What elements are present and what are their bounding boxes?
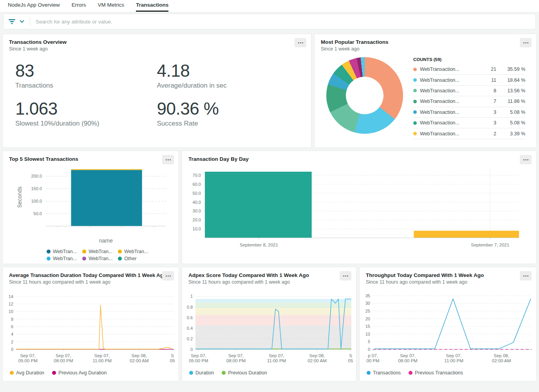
legend-item[interactable]: Previous Transactions: [409, 370, 463, 376]
card-menu-button[interactable]: [340, 271, 351, 281]
card-menu-button[interactable]: [520, 38, 532, 47]
count-value: 3: [478, 120, 496, 126]
ellipsis-icon: [523, 42, 525, 43]
counts-table-row[interactable]: WebTransaction...23.39 %: [413, 128, 525, 139]
percent-value: 13.56 %: [496, 88, 525, 94]
card-subtitle: Since 11 hours ago compared with 1 week …: [366, 279, 530, 285]
card-menu-button[interactable]: [520, 271, 532, 281]
tab-vm-metrics[interactable]: VM Metrics: [98, 0, 125, 12]
svg-text:35: 35: [365, 293, 370, 298]
ellipsis-icon: [166, 159, 167, 160]
funnel-icon: [8, 19, 16, 25]
svg-text:0.4: 0.4: [187, 326, 193, 331]
transaction-name: WebTransaction...: [420, 99, 478, 104]
legend-item[interactable]: WebTran...: [82, 249, 112, 254]
svg-text:6: 6: [11, 324, 13, 329]
counts-table-row[interactable]: WebTransaction...35.08 %: [413, 118, 525, 128]
svg-text:15: 15: [365, 324, 370, 329]
tab-nodejs-app-overview[interactable]: NodeJs App Overview: [8, 0, 60, 12]
series-color-dot: [413, 132, 417, 135]
legend-label: Duration: [195, 370, 214, 376]
legend-label: WebTran...: [53, 256, 77, 261]
legend-color-dot: [367, 371, 371, 375]
search-input[interactable]: [36, 19, 531, 25]
chart-legend: Avg DurationPrevious Avg Duration: [3, 370, 179, 376]
legend-label: Previous Avg Duration: [58, 370, 107, 376]
metric-label: Transactions: [15, 82, 157, 90]
card-title: Average Transaction Duration Today Compa…: [9, 272, 172, 278]
ellipsis-icon: [166, 275, 167, 277]
counts-table-row[interactable]: WebTransaction...711.86 %: [413, 96, 525, 107]
card-title: Top 5 Slowest Transactions: [9, 156, 172, 162]
donut-chart: [326, 57, 403, 134]
card-menu-button[interactable]: [162, 271, 174, 281]
svg-text:S05: S05: [348, 353, 353, 363]
legend-item[interactable]: Previous Avg Duration: [52, 370, 107, 376]
svg-text:Sep 07,05:00 PM: Sep 07,05:00 PM: [18, 353, 38, 363]
svg-text:8: 8: [11, 317, 13, 322]
legend-item[interactable]: WebTran...: [47, 249, 77, 254]
legend-color-dot: [82, 257, 86, 261]
svg-text:0: 0: [11, 347, 13, 352]
svg-text:2: 2: [11, 340, 13, 344]
svg-text:Seconds: Seconds: [16, 187, 23, 208]
metric-value: 83: [15, 61, 157, 81]
percent-value: 11.86 %: [496, 99, 525, 104]
legend-item[interactable]: Transactions: [367, 370, 401, 376]
transaction-name: WebTransaction...: [420, 131, 478, 137]
legend-color-dot: [189, 371, 193, 375]
legend-color-dot: [47, 257, 51, 261]
card-most-popular-transactions: Most Popular Transactions Since 1 week a…: [314, 34, 537, 148]
transaction-name: WebTransaction...: [420, 88, 478, 94]
card-throughput: Throughput Today Compared With 1 Week Ag…: [359, 267, 537, 381]
tab-transactions[interactable]: Transactions: [136, 0, 168, 12]
percent-value: 5.08 %: [496, 110, 525, 115]
legend-color-dot: [409, 371, 412, 375]
counts-table-row[interactable]: WebTransaction...2135.59 %: [413, 64, 525, 75]
ellipsis-icon: [343, 275, 344, 277]
svg-text:10: 10: [365, 332, 370, 336]
svg-text:14: 14: [9, 294, 13, 299]
legend-item[interactable]: WebTran...: [47, 256, 77, 261]
day-by-day-bar-chart: 10.020.030.040.050.060.070.0September 8,…: [182, 165, 536, 260]
card-menu-button[interactable]: [295, 38, 306, 47]
series-color-dot: [413, 100, 417, 103]
legend-item[interactable]: Duration: [189, 370, 214, 376]
ellipsis-icon: [523, 275, 525, 277]
card-title: Throughput Today Compared With 1 Week Ag…: [366, 272, 530, 278]
svg-text:1: 1: [190, 294, 193, 298]
card-day-by-day: Transaction Day By Day 10.020.030.040.05…: [182, 151, 537, 264]
metric-label: Success Rate: [157, 120, 299, 128]
svg-text:September 8, 2021: September 8, 2021: [240, 243, 278, 247]
filter-button[interactable]: [8, 19, 24, 25]
legend-color-dot: [47, 250, 51, 254]
avg-duration-line-chart: 02468101214Sep 07,05:00 PMSep 07,08:00 P…: [3, 287, 179, 368]
legend-item[interactable]: Previous Duration: [222, 370, 267, 376]
tab-errors[interactable]: Errors: [72, 0, 86, 12]
svg-text:12: 12: [9, 302, 13, 306]
svg-text:25: 25: [365, 309, 370, 313]
svg-text:Sep 07,11:00 PM: Sep 07,11:00 PM: [92, 353, 111, 363]
metric: 1.063Slowest 10%/duration (90%): [15, 99, 157, 128]
search-divider: [30, 17, 30, 26]
series-color-dot: [413, 110, 417, 114]
counts-table-row[interactable]: WebTransaction...813.56 %: [413, 86, 525, 96]
chart-legend: TransactionsPrevious Transactions: [360, 370, 536, 376]
svg-text:Sep 08,02:00 AM: Sep 08,02:00 AM: [307, 353, 327, 363]
legend-label: Previous Transactions: [415, 370, 463, 376]
legend-color-dot: [222, 371, 226, 375]
legend-label: Transactions: [373, 370, 401, 376]
legend-item[interactable]: Avg Duration: [10, 370, 44, 376]
card-subtitle: Since 11 hours ago compared with 1 week …: [9, 279, 172, 285]
legend-item[interactable]: WebTran...: [118, 249, 148, 254]
counts-table-row[interactable]: WebTransaction...1118.64 %: [413, 75, 525, 85]
card-menu-button[interactable]: [162, 155, 174, 164]
legend-item[interactable]: Other: [118, 256, 136, 261]
svg-text:September 7, 2021: September 7, 2021: [471, 243, 509, 247]
legend-item[interactable]: WebTran...: [82, 256, 112, 261]
card-menu-button[interactable]: [520, 155, 532, 164]
card-adpex-score: Adpex Score Today Compared With 1 Week A…: [182, 267, 356, 381]
svg-text:50.0: 50.0: [193, 191, 201, 196]
top5-bar-chart: 50.0100.0150.0200.0Secondsname: [3, 164, 179, 248]
counts-table-row[interactable]: WebTransaction...35.08 %: [413, 107, 525, 118]
